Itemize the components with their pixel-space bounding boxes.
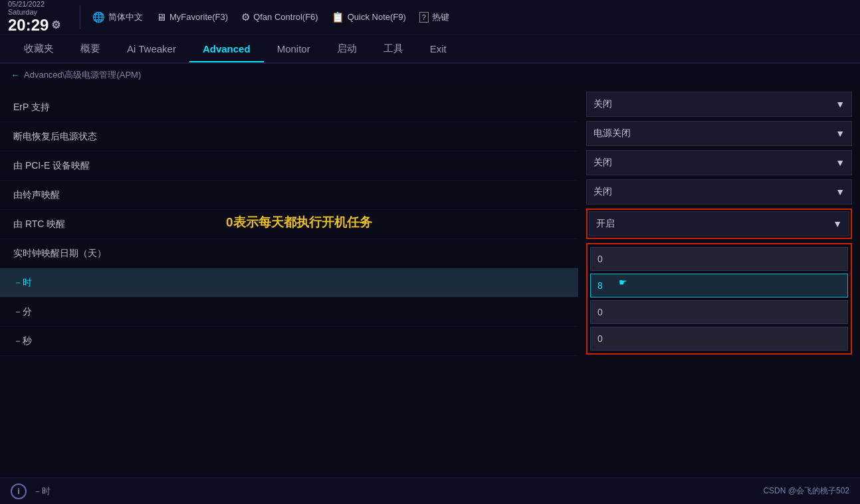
pcie-wake-dropdown[interactable]: 关闭 ▼ bbox=[586, 150, 852, 175]
date-display: 05/21/2022Saturday bbox=[8, 0, 68, 16]
erp-row[interactable]: ErP 支持 bbox=[0, 93, 578, 122]
top-bar: 05/21/2022Saturday 20:29 ⚙ 🌐 简体中文 🖥 MyFa… bbox=[0, 0, 860, 35]
rtc-hour-row[interactable]: －时 bbox=[0, 268, 578, 297]
rtc-wake-dropdown[interactable]: 开启 ▼ bbox=[589, 211, 849, 236]
inputs-outlined-box: 0 8 ☛ 0 0 bbox=[586, 243, 852, 355]
pcie-wake-row[interactable]: 由 PCI-E 设备映醒 bbox=[0, 151, 578, 181]
ring-wake-row[interactable]: 由铃声映醒 bbox=[0, 181, 578, 210]
right-panel: 关闭 ▼ 电源关闭 ▼ 关闭 ▼ 关闭 ▼ 开启 ▼ 0 bbox=[578, 86, 860, 479]
breadcrumb-path: Advanced\高级电源管理(APM) bbox=[24, 69, 141, 81]
power-restore-label: 断电恢复后电源状态 bbox=[13, 131, 565, 143]
cursor-hand-icon: ☛ bbox=[619, 277, 627, 288]
myfavorite-icon: 🖥 bbox=[156, 11, 166, 23]
nav-exit[interactable]: Exit bbox=[417, 37, 460, 61]
datetime: 05/21/2022Saturday 20:29 ⚙ bbox=[8, 0, 68, 35]
watermark: CSDN @会飞的桃子502 bbox=[763, 485, 849, 497]
hotkey-menu[interactable]: ? 热键 bbox=[419, 11, 449, 23]
qfan-menu[interactable]: ⚙ Qfan Control(F6) bbox=[241, 11, 318, 23]
language-label: 简体中文 bbox=[108, 11, 143, 23]
nav-overview[interactable]: 概要 bbox=[67, 36, 114, 62]
rtc-min-label: －分 bbox=[13, 306, 565, 318]
rtc-sec-label: －秒 bbox=[13, 335, 565, 347]
hotkey-label: 热键 bbox=[432, 11, 449, 23]
day-value: 0 bbox=[597, 254, 603, 264]
myfavorite-label: MyFavorite(F3) bbox=[169, 12, 228, 22]
top-menu: 🌐 简体中文 🖥 MyFavorite(F3) ⚙ Qfan Control(F… bbox=[92, 11, 852, 23]
erp-dropdown[interactable]: 关闭 ▼ bbox=[586, 92, 852, 117]
power-restore-arrow: ▼ bbox=[835, 128, 845, 139]
myfavorite-menu[interactable]: 🖥 MyFavorite(F3) bbox=[156, 11, 228, 23]
rtc-wake-label: 由 RTC 映醒 bbox=[13, 218, 565, 230]
quicknote-menu[interactable]: 📋 Quick Note(F9) bbox=[332, 11, 406, 23]
erp-value: 关闭 bbox=[593, 98, 612, 110]
settings-gear-icon[interactable]: ⚙ bbox=[51, 19, 60, 31]
pcie-wake-label: 由 PCI-E 设备映醒 bbox=[13, 160, 565, 172]
ring-wake-label: 由铃声映醒 bbox=[13, 189, 565, 201]
ring-wake-arrow: ▼ bbox=[835, 187, 845, 197]
power-restore-value: 电源关闭 bbox=[593, 127, 631, 139]
nav-monitor[interactable]: Monitor bbox=[264, 37, 324, 61]
ring-wake-value: 关闭 bbox=[593, 186, 612, 198]
day-input[interactable]: 0 bbox=[590, 247, 848, 271]
time-display: 20:29 bbox=[8, 16, 49, 35]
pcie-wake-arrow: ▼ bbox=[835, 157, 845, 168]
top-divider bbox=[80, 5, 80, 29]
footer-bar: i －时 CSDN @会飞的桃子502 bbox=[0, 477, 860, 504]
min-input[interactable]: 0 bbox=[590, 300, 848, 324]
rtc-min-row[interactable]: －分 bbox=[0, 297, 578, 327]
rtc-sec-row[interactable]: －秒 bbox=[0, 327, 578, 356]
nav-bar: 收藏夹 概要 Ai Tweaker Advanced Monitor 启动 工具… bbox=[0, 35, 860, 64]
language-selector[interactable]: 🌐 简体中文 bbox=[92, 11, 143, 23]
hour-input[interactable]: 8 ☛ bbox=[590, 274, 848, 297]
rtc-wake-arrow: ▼ bbox=[833, 218, 842, 229]
nav-advanced[interactable]: Advanced bbox=[189, 37, 264, 62]
min-value: 0 bbox=[597, 307, 603, 317]
nav-boot[interactable]: 启动 bbox=[324, 36, 370, 62]
ring-wake-dropdown[interactable]: 关闭 ▼ bbox=[586, 179, 852, 205]
hotkey-icon: ? bbox=[419, 12, 429, 23]
erp-dropdown-arrow: ▼ bbox=[835, 99, 845, 110]
erp-label: ErP 支持 bbox=[13, 102, 565, 114]
hour-value: 8 bbox=[597, 280, 603, 291]
rtc-wake-value: 开启 bbox=[596, 218, 615, 230]
rtc-wake-row[interactable]: 由 RTC 映醒 bbox=[0, 210, 578, 239]
power-restore-row[interactable]: 断电恢复后电源状态 bbox=[0, 122, 578, 151]
sec-value: 0 bbox=[597, 333, 603, 344]
nav-ai-tweaker[interactable]: Ai Tweaker bbox=[114, 37, 189, 61]
nav-favorites[interactable]: 收藏夹 bbox=[11, 36, 67, 62]
rtc-day-label: 实时钟映醒日期（天） bbox=[13, 248, 565, 260]
footer-left: i －时 bbox=[11, 483, 51, 499]
power-restore-dropdown[interactable]: 电源关闭 ▼ bbox=[586, 121, 852, 146]
sec-input[interactable]: 0 bbox=[590, 327, 848, 351]
breadcrumb-arrow[interactable]: ← bbox=[11, 70, 20, 80]
rtc-hour-label: －时 bbox=[13, 277, 565, 289]
pcie-wake-value: 关闭 bbox=[593, 157, 612, 169]
qfan-label: Qfan Control(F6) bbox=[253, 12, 318, 22]
info-icon: i bbox=[11, 483, 27, 499]
nav-tools[interactable]: 工具 bbox=[370, 36, 417, 62]
quicknote-icon: 📋 bbox=[332, 11, 344, 23]
footer-label: －时 bbox=[33, 485, 51, 497]
qfan-icon: ⚙ bbox=[241, 11, 250, 23]
rtc-wake-outlined-box: 开启 ▼ bbox=[586, 209, 852, 239]
breadcrumb: ← Advanced\高级电源管理(APM) bbox=[0, 64, 860, 86]
language-icon: 🌐 bbox=[92, 11, 105, 23]
quicknote-label: Quick Note(F9) bbox=[348, 12, 406, 22]
rtc-day-row[interactable]: 实时钟映醒日期（天） bbox=[0, 239, 578, 268]
main-content: ErP 支持 断电恢复后电源状态 由 PCI-E 设备映醒 由铃声映醒 由 RT… bbox=[0, 86, 860, 479]
left-panel: ErP 支持 断电恢复后电源状态 由 PCI-E 设备映醒 由铃声映醒 由 RT… bbox=[0, 86, 578, 479]
